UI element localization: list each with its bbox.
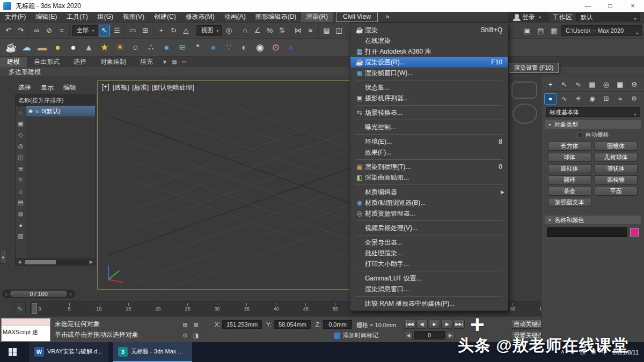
taskbar-app-word[interactable]: W VRAY安装与破解.d... bbox=[29, 342, 108, 362]
primitive-button[interactable]: 圆锥体 bbox=[595, 142, 638, 151]
add-time-tag[interactable]: 添加时间标记 bbox=[334, 331, 378, 339]
menu-overflow[interactable]: » bbox=[381, 12, 394, 22]
menu-graph-editors[interactable]: 图形编辑器(D) bbox=[251, 12, 302, 22]
sun-icon[interactable]: ☀ bbox=[112, 40, 128, 55]
tab-object-paint[interactable]: 对象绘制 bbox=[93, 57, 133, 67]
menu-group[interactable]: 组(G) bbox=[93, 12, 118, 22]
render-menu-item[interactable]: ▦ 打开 Autodesk A360 库 ▶ bbox=[350, 46, 508, 57]
filter-lights-icon[interactable]: ◎ bbox=[17, 141, 25, 152]
hierarchy-tab-icon[interactable]: ▤ bbox=[586, 78, 598, 90]
ime-language-icon[interactable]: 中 bbox=[602, 348, 608, 356]
time-slider-left-icon[interactable]: ‹ bbox=[3, 291, 10, 297]
ribbon-minimize-icon[interactable]: ▭ bbox=[179, 59, 189, 65]
yellow-sphere-icon[interactable]: ● bbox=[50, 40, 65, 55]
time-slider-value[interactable]: 0 / 100 bbox=[10, 291, 67, 297]
geometry-category-icon[interactable]: ● bbox=[544, 93, 557, 105]
explorer-tab-select[interactable]: 选择 bbox=[18, 83, 31, 92]
explorer-tab-display[interactable]: 显示 bbox=[41, 83, 54, 92]
maximize-button[interactable]: □ bbox=[599, 0, 621, 12]
explorer-hscrollbar[interactable]: ◀ ▶ bbox=[16, 258, 95, 265]
menu-tools[interactable]: 工具(T) bbox=[62, 12, 92, 22]
viewport-layout-icon[interactable]: ▦ bbox=[548, 25, 560, 36]
checker-sphere-icon[interactable]: ◉ bbox=[252, 40, 268, 55]
taskbar-date[interactable]: 2021/8/11 bbox=[613, 349, 639, 356]
utilities-tab-icon[interactable]: ⚙ bbox=[628, 78, 640, 90]
menu-file[interactable]: 文件(F) bbox=[0, 12, 31, 22]
tab-populate[interactable]: 填充 bbox=[133, 57, 160, 67]
workspace-dropdown[interactable]: 默认 bbox=[576, 13, 640, 21]
render-menu-item[interactable]: 状态集... ▶ bbox=[350, 82, 508, 93]
create-tab-icon[interactable]: ↖ bbox=[558, 78, 570, 90]
filter-bones-icon[interactable]: ◍ bbox=[17, 208, 25, 219]
maxscript-pink-row[interactable] bbox=[2, 319, 50, 326]
select-by-name-icon[interactable]: ☰ bbox=[111, 25, 122, 36]
maxscript-mini-listener[interactable]: MAXScript 迷 bbox=[1, 318, 50, 342]
ribbon-toggle-icon[interactable]: ◫ bbox=[333, 25, 345, 36]
primitive-category-dropdown[interactable]: 标准基本体 bbox=[546, 107, 640, 117]
filter-geometry-icon[interactable]: ▣ bbox=[17, 118, 25, 129]
object-color-swatch[interactable] bbox=[630, 228, 639, 237]
offset-mode-icon[interactable]: ⊙ bbox=[181, 331, 189, 339]
star-icon[interactable]: ★ bbox=[97, 40, 112, 55]
explorer-list[interactable]: ◉ ≋ 0(默认) bbox=[26, 106, 95, 258]
render-menu-item[interactable]: ☕ 渲染 Shift+Q ▶ bbox=[350, 25, 508, 35]
render-menu-item[interactable]: ▦ 渲染帧窗口(W)... ▶ bbox=[350, 68, 508, 78]
render-menu-item[interactable]: ☕ 渲染设置(R)... F10 ▶ bbox=[350, 57, 508, 68]
viewport-label-token[interactable]: [+] bbox=[102, 83, 109, 92]
separator[interactable] bbox=[347, 25, 347, 36]
selection-lock-icon[interactable]: ⊠ bbox=[192, 320, 200, 329]
select-and-rotate-icon[interactable]: ↻ bbox=[168, 25, 179, 36]
render-menu-item[interactable]: ◧ 渲染曲面贴图... ▶ bbox=[350, 172, 508, 183]
time-slider[interactable]: ‹ 0 / 100 › bbox=[2, 290, 75, 298]
scroll-right-icon[interactable]: ▶ bbox=[87, 260, 95, 264]
object-name-field[interactable] bbox=[547, 227, 627, 237]
x-coordinate-field[interactable]: 151.253mm bbox=[222, 320, 262, 329]
network-icon[interactable]: ▤ bbox=[580, 348, 586, 356]
display-tab-icon[interactable]: ▦ bbox=[614, 78, 626, 90]
tray-expand-icon[interactable]: ∧ bbox=[560, 348, 565, 356]
separator[interactable] bbox=[290, 25, 290, 36]
render-menu-item[interactable]: 曝光控制... ▶ bbox=[350, 122, 508, 132]
separator[interactable] bbox=[237, 25, 237, 36]
explorer-tab-edit[interactable]: 编辑 bbox=[63, 83, 76, 92]
time-slider-right-icon[interactable]: › bbox=[67, 291, 75, 297]
spacewarps-category-icon[interactable]: ≈ bbox=[614, 93, 626, 105]
primitive-button[interactable]: 圆柱体 bbox=[548, 164, 591, 173]
helpers-category-icon[interactable]: ⊞ bbox=[600, 93, 612, 105]
menu-animation[interactable]: 动画(A) bbox=[219, 12, 251, 22]
primitive-button[interactable]: 管状体 bbox=[595, 164, 638, 173]
next-frame-button[interactable]: |▶ bbox=[441, 320, 452, 329]
undo-icon[interactable]: ↶ bbox=[3, 25, 14, 36]
tab-selection[interactable]: 选择 bbox=[67, 57, 93, 67]
ring-icon[interactable]: ○ bbox=[128, 40, 143, 55]
cone-icon[interactable]: ▲ bbox=[81, 40, 97, 55]
filter-containers-icon[interactable]: ▥ bbox=[17, 231, 25, 242]
primitive-button[interactable]: 平面 bbox=[595, 187, 638, 196]
dark-blue-sphere-icon[interactable]: ● bbox=[283, 40, 299, 55]
teapot-icon[interactable]: ☕ bbox=[3, 40, 19, 55]
primitive-button[interactable]: 四棱锥 bbox=[595, 175, 638, 184]
motion-tab-icon[interactable]: ◎ bbox=[600, 78, 612, 90]
minimize-button[interactable]: — bbox=[576, 0, 599, 12]
water-sphere-icon[interactable]: ● bbox=[206, 40, 221, 55]
render-menu-item[interactable]: 批处理渲染... ▶ bbox=[350, 248, 508, 258]
primitive-button[interactable]: 几何球体 bbox=[595, 153, 638, 162]
filter-shapes-icon[interactable]: ◇ bbox=[17, 129, 25, 141]
separator[interactable] bbox=[28, 25, 29, 36]
primitive-button[interactable]: 球体 bbox=[548, 153, 591, 162]
white-sphere-icon[interactable]: ● bbox=[65, 40, 81, 55]
menu-views[interactable]: 视图(V) bbox=[118, 12, 149, 22]
menu-edit[interactable]: 编辑(E) bbox=[31, 12, 62, 22]
explorer-row-default-layer[interactable]: ◉ ≋ 0(默认) bbox=[26, 106, 95, 116]
render-menu-item[interactable]: ◎ 材质资源管理器... ▶ bbox=[350, 208, 508, 219]
next-frame-spinner-icon[interactable]: ▶ bbox=[446, 331, 455, 339]
select-and-link-icon[interactable]: ∞ bbox=[31, 25, 42, 36]
scroll-left-icon[interactable]: ◀ bbox=[16, 260, 23, 264]
tab-modeling[interactable]: 建模 bbox=[0, 57, 27, 67]
separator[interactable] bbox=[194, 25, 194, 36]
filter-xrefs-icon[interactable]: ▤ bbox=[17, 197, 25, 208]
filter-spacewarps-icon[interactable]: ≋ bbox=[17, 174, 25, 186]
z-coordinate-field[interactable]: 0.0mm bbox=[323, 320, 352, 329]
timeline-playhead[interactable] bbox=[32, 303, 37, 314]
previous-frame-button[interactable]: ◀| bbox=[416, 320, 428, 329]
